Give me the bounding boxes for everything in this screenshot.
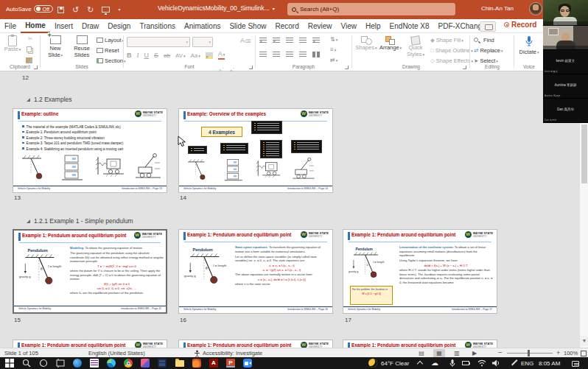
character-spacing-button[interactable]: AV [175, 52, 186, 59]
qat-customize-icon[interactable]: ▾ [118, 5, 120, 14]
columns-button[interactable] [312, 52, 320, 57]
onenote-icon[interactable] [90, 359, 99, 368]
paste-button[interactable]: Paste [3, 35, 22, 53]
taskbar-search-icon[interactable] [22, 359, 31, 368]
quick-styles-button[interactable]: Quick Styles [404, 36, 427, 57]
slide-show-button[interactable]: ▶ [469, 349, 480, 357]
slide-thumbnail-17[interactable]: Example 1: Pendulum around equilibrium p… [343, 229, 497, 314]
tab-insert[interactable]: Insert [50, 19, 77, 33]
drawing-dialog-launcher[interactable] [463, 66, 466, 69]
undo-icon[interactable]: ↺ [72, 5, 79, 14]
highlight-color-button[interactable] [206, 52, 213, 59]
accessibility-status[interactable]: Accessibility: Investigate [203, 350, 262, 356]
weather-moon-icon[interactable] [368, 359, 377, 368]
tab-home[interactable]: Home [21, 19, 50, 33]
user-name[interactable]: Chin-An Tan [481, 5, 514, 12]
section-header-example1[interactable]: 1.2.1 Example 1 - Simple pendulum [27, 217, 133, 225]
tab-draw[interactable]: Draw [77, 19, 103, 33]
clock[interactable]: 8:05 AM [539, 360, 560, 367]
font-name-combo[interactable] [127, 37, 190, 47]
tab-record[interactable]: Record [270, 19, 303, 33]
record-button[interactable]: Record [504, 21, 536, 29]
shape-outline-button[interactable]: □ Shape Outline [430, 47, 473, 54]
comments-button[interactable] [480, 21, 496, 32]
justify-button[interactable] [299, 52, 307, 57]
zoom-out-button[interactable]: − [498, 348, 503, 356]
onedrive-icon[interactable]: ☁ [431, 359, 438, 367]
font-dialog-launcher[interactable] [249, 66, 253, 69]
numbering-button[interactable] [273, 38, 280, 43]
find-button[interactable]: Find [474, 37, 494, 43]
participant-video-tile[interactable]: kevin 赵显文 kevin 赵显文 [543, 50, 588, 74]
battery-icon[interactable] [462, 359, 471, 368]
tab-view[interactable]: View [337, 19, 362, 33]
document-title[interactable]: VehicleDynamicsMobility_00_Simulink... [158, 4, 275, 12]
normal-view-button[interactable]: ▤ [416, 349, 427, 357]
wifi-icon[interactable] [477, 359, 486, 368]
reading-view-button[interactable]: ▥ [451, 349, 463, 357]
convert-smartart-button[interactable]: ⇄ [330, 57, 337, 63]
shape-effects-button[interactable]: ◇ Shape Effects [430, 57, 473, 64]
clear-formatting-button[interactable]: A⌫ [240, 37, 251, 44]
format-painter-button[interactable] [26, 57, 32, 63]
participant-video-tile[interactable]: Auntina 李妍妍 Auntina 李妍妍 [543, 74, 588, 99]
italic-button[interactable]: I [137, 52, 139, 59]
zoom-level[interactable]: 100% [564, 350, 578, 356]
cut-button[interactable]: ✂ [24, 36, 36, 43]
scrollbar-thumb[interactable] [581, 124, 587, 183]
shapes-button[interactable]: Shapes [355, 36, 377, 52]
align-right-button[interactable] [286, 52, 293, 57]
section-collapse-icon[interactable] [27, 219, 30, 223]
edge-dev-icon[interactable] [73, 359, 82, 368]
powerpoint-icon[interactable]: P [226, 359, 235, 368]
participant-video-tile[interactable] [543, 26, 588, 50]
zoom-slider-track[interactable] [507, 353, 553, 354]
slide-thumbnail-13[interactable]: Example: outline W WAYNE STATEUNIVERSITY… [13, 108, 167, 193]
save-icon[interactable] [57, 7, 64, 13]
avatar[interactable] [529, 2, 542, 15]
align-center-button[interactable] [273, 52, 280, 57]
autosave-toggle[interactable]: AutoSave Off [6, 5, 53, 13]
tab-transitions[interactable]: Transitions [135, 19, 180, 33]
reuse-slides-button[interactable]: Reuse Slides [69, 35, 94, 58]
bold-button[interactable]: B [127, 52, 132, 59]
slide-thumbnail-14[interactable]: Example: Overview of the examples W WAYN… [178, 108, 333, 193]
speaker-icon[interactable] [491, 359, 500, 368]
zoom-app-icon[interactable] [243, 359, 252, 368]
scrollbar-down-arrow[interactable]: ▼ [580, 336, 588, 346]
clipboard-dialog-launcher[interactable] [34, 66, 38, 69]
cortana-icon[interactable] [39, 359, 48, 368]
language-tray-indicator[interactable]: ENG [521, 360, 533, 367]
double-strike-button[interactable]: ab [164, 52, 170, 59]
arrange-button[interactable]: Arrange [379, 36, 402, 52]
grid-app-icon[interactable] [158, 359, 167, 368]
acrobat-icon[interactable]: A [209, 359, 218, 368]
task-view-icon[interactable] [56, 359, 65, 368]
align-text-button[interactable]: ≡ [330, 46, 336, 53]
replace-button[interactable]: ⇄ Replace [474, 47, 503, 54]
chrome-icon[interactable] [124, 359, 133, 368]
microphone-tray-icon[interactable] [448, 359, 457, 368]
tab-slide-show[interactable]: Slide Show [225, 19, 270, 33]
tab-help[interactable]: Help [361, 19, 385, 33]
tab-design[interactable]: Design [103, 19, 135, 33]
tab-review[interactable]: Review [304, 19, 337, 33]
new-slide-button[interactable]: New Slide [43, 35, 68, 58]
tab-endnote[interactable]: EndNote X8 [385, 19, 434, 33]
zoom-in-button[interactable]: + [556, 349, 560, 356]
shape-fill-button[interactable]: ◆ Shape Fill [430, 37, 463, 43]
bullets-button[interactable] [259, 38, 267, 43]
section-collapse-icon[interactable] [27, 98, 30, 102]
layout-button[interactable]: Layout [97, 37, 124, 43]
search-input[interactable]: Search (Alt+Q) [287, 3, 455, 15]
fit-slide-button[interactable] [581, 351, 587, 356]
select-button[interactable]: ➤ Select [474, 57, 498, 64]
font-color-button[interactable]: A [218, 51, 225, 60]
section-header-examples[interactable]: 1.2 Examples [27, 96, 72, 103]
zoom-slider-thumb[interactable] [528, 350, 530, 356]
slide-indicator[interactable]: Slide 1 of 105 [4, 350, 38, 356]
start-presentation-icon[interactable] [102, 7, 110, 13]
participant-video-tile[interactable]: Dan 高丹华 Dan 高丹华 [543, 99, 588, 123]
slide-thumbnail-16[interactable]: Example 1: Pendulum around equilibrium p… [178, 229, 333, 314]
slide-thumbnail-15[interactable]: Example 1: Pendulum around equilibrium p… [13, 229, 167, 314]
